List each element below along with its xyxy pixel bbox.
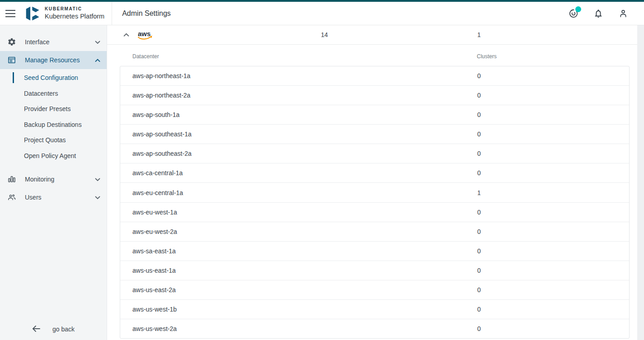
table-row: aws-ap-south-1a 0 (120, 105, 629, 124)
datacenter-name: aws-ap-northeast-1a (132, 72, 477, 79)
aws-logo: aws (137, 29, 154, 43)
table-row: aws-ap-northeast-1a 0 (120, 66, 629, 85)
cluster-count: 0 (477, 72, 481, 79)
provider-cluster-count: 1 (477, 25, 481, 45)
seed-configuration-content: aws 14 1 Datacenter Clusters aws-ap-nort… (107, 25, 637, 340)
datacenter-name: aws-sa-east-1a (132, 247, 477, 255)
admin-settings-page: KUBERMATIC Kubernetes Platform Admin Set… (0, 0, 644, 340)
chevron-up-icon (123, 33, 129, 37)
sidebar-item-users[interactable]: Users (0, 188, 107, 206)
datacenter-table-header: Datacenter Clusters (107, 45, 637, 66)
collapse-provider-button[interactable] (121, 25, 131, 45)
cluster-count: 0 (477, 111, 481, 118)
user-menu-button[interactable] (617, 8, 629, 19)
gear-icon (7, 37, 16, 47)
datacenter-name: aws-us-east-2a (132, 286, 477, 293)
bell-icon (593, 9, 603, 19)
datacenter-name: aws-ap-northeast-2a (132, 92, 477, 99)
cluster-count: 0 (477, 150, 481, 157)
cluster-count: 1 (477, 189, 481, 196)
bar-chart-icon (7, 175, 16, 184)
table-row: aws-us-east-1a 0 (120, 261, 629, 280)
cluster-count: 0 (477, 228, 481, 235)
cluster-count: 0 (477, 130, 481, 138)
chevron-up-icon (95, 56, 100, 64)
cluster-count: 0 (477, 325, 481, 332)
chevron-down-icon (95, 175, 100, 183)
logo-brand-text: KUBERMATIC (45, 6, 104, 12)
sidebar-nav: Interface Manage Resources (0, 25, 107, 206)
kubermatic-logo-icon (25, 5, 41, 22)
people-icon (7, 193, 16, 202)
manage-resources-subnav: Seed Configuration Datacenters Provider … (0, 69, 107, 165)
table-row: aws-eu-west-1a 0 (120, 202, 629, 222)
sidebar-subitem-label: Provider Presets (24, 105, 71, 112)
datacenter-name: aws-us-west-1b (132, 306, 477, 313)
cluster-count: 0 (477, 92, 481, 99)
cluster-count: 0 (477, 169, 481, 177)
sidebar-item-interface[interactable]: Interface (0, 33, 107, 51)
table-row: aws-ap-southeast-2a 0 (120, 144, 629, 163)
datacenter-name: aws-eu-west-1a (132, 209, 477, 216)
sidebar-subitem-label: Project Quotas (24, 136, 66, 144)
sidebar-subitem[interactable]: Datacenters (0, 86, 107, 102)
app-header: KUBERMATIC Kubernetes Platform Admin Set… (0, 2, 644, 25)
scrollbar-track[interactable] (637, 25, 644, 340)
header-divider (112, 2, 112, 25)
go-back-button[interactable]: go back (0, 320, 107, 338)
datacenter-name: aws-ap-southeast-2a (132, 150, 477, 157)
chevron-down-icon (95, 38, 100, 46)
sidebar-subitem[interactable]: Open Policy Agent (0, 148, 107, 164)
hamburger-icon (5, 10, 15, 17)
cluster-count: 0 (477, 286, 481, 293)
table-row: aws-ap-northeast-2a 0 (120, 85, 629, 105)
datacenter-name: aws-eu-central-1a (132, 189, 477, 196)
sidebar-subitem[interactable]: Project Quotas (0, 132, 107, 148)
table-row: aws-ca-central-1a 0 (120, 163, 629, 182)
provider-datacenter-count: 14 (321, 25, 328, 45)
go-back-label: go back (52, 326, 75, 333)
kubermatic-logo[interactable]: KUBERMATIC Kubernetes Platform (25, 5, 104, 22)
sidebar-subitem-label: Seed Configuration (24, 74, 78, 81)
table-row: aws-us-west-1b 0 (120, 299, 629, 319)
sidebar-item-label: Manage Resources (25, 56, 95, 64)
changelog-button[interactable] (568, 8, 579, 19)
table-row: aws-eu-west-2a 0 (120, 222, 629, 241)
sidebar-subitem-label: Open Policy Agent (24, 152, 76, 159)
table-row: aws-us-west-2a 0 (120, 319, 629, 338)
header-actions (568, 2, 629, 25)
cluster-count: 0 (477, 267, 481, 274)
menu-toggle-button[interactable] (0, 2, 21, 25)
sidebar-subitem-label: Backup Destinations (24, 121, 82, 128)
datacenter-name: aws-us-west-2a (132, 325, 477, 332)
notifications-button[interactable] (592, 8, 604, 19)
list-icon (7, 56, 16, 65)
sidebar-subitem[interactable]: Seed Configuration (0, 70, 107, 86)
chevron-down-icon (95, 193, 100, 201)
sidebar-item-monitoring[interactable]: Monitoring (0, 170, 107, 188)
provider-row-aws: aws 14 1 (107, 25, 637, 45)
table-row: aws-eu-central-1a 1 (120, 182, 629, 202)
sidebar-item-label: Monitoring (25, 176, 95, 183)
datacenter-name: aws-ap-southeast-1a (132, 130, 477, 138)
sidebar-item-manage-resources[interactable]: Manage Resources (0, 51, 107, 69)
sidebar-item-label: Interface (25, 38, 95, 46)
sidebar-subitem-label: Datacenters (24, 90, 58, 97)
sidebar-subitem[interactable]: Provider Presets (0, 101, 107, 117)
notification-badge (575, 6, 581, 12)
sidebar-item-label: Users (25, 194, 95, 201)
cluster-count: 0 (477, 306, 481, 313)
datacenter-name: aws-eu-west-2a (132, 228, 477, 235)
table-row: aws-sa-east-1a 0 (120, 241, 629, 261)
column-header-datacenter: Datacenter (132, 53, 159, 60)
arrow-left-icon (32, 325, 41, 334)
datacenter-name: aws-us-east-1a (132, 267, 477, 274)
sidebar-subitem[interactable]: Backup Destinations (0, 117, 107, 133)
user-icon (618, 9, 628, 19)
logo-product-text: Kubernetes Platform (45, 12, 104, 20)
cluster-count: 0 (477, 247, 481, 255)
cluster-count: 0 (477, 209, 481, 216)
datacenter-name: aws-ca-central-1a (132, 169, 477, 177)
table-row: aws-us-east-2a 0 (120, 280, 629, 299)
datacenter-table: aws-ap-northeast-1a 0 aws-ap-northeast-2… (120, 66, 630, 339)
